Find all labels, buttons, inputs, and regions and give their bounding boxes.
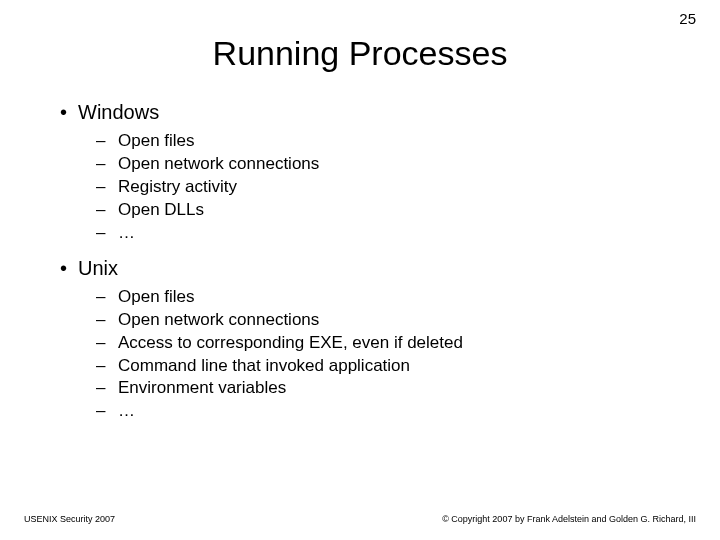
- list-item: –Open files: [96, 130, 680, 153]
- section-windows: •Windows –Open files –Open network conne…: [60, 101, 680, 245]
- item-text: …: [118, 401, 135, 420]
- list-item: –Command line that invoked application: [96, 355, 680, 378]
- footer-left: USENIX Security 2007: [24, 514, 115, 524]
- bullet-level2: –: [96, 355, 118, 378]
- item-text: Command line that invoked application: [118, 356, 410, 375]
- bullet-level2: –: [96, 309, 118, 332]
- list-item: –Open files: [96, 286, 680, 309]
- bullet-level2: –: [96, 222, 118, 245]
- slide-content: •Windows –Open files –Open network conne…: [60, 101, 680, 423]
- bullet-level2: –: [96, 332, 118, 355]
- list-item: –Access to corresponding EXE, even if de…: [96, 332, 680, 355]
- bullet-level2: –: [96, 286, 118, 309]
- bullet-level1: •: [60, 257, 78, 280]
- section-heading: Windows: [78, 101, 159, 123]
- page-number: 25: [679, 10, 696, 27]
- bullet-level2: –: [96, 153, 118, 176]
- slide-title: Running Processes: [0, 34, 720, 73]
- list-item: –Environment variables: [96, 377, 680, 400]
- item-text: …: [118, 223, 135, 242]
- bullet-level2: –: [96, 130, 118, 153]
- item-text: Open files: [118, 131, 195, 150]
- item-text: Environment variables: [118, 378, 286, 397]
- list-item: –Registry activity: [96, 176, 680, 199]
- outline-list: •Windows –Open files –Open network conne…: [60, 101, 680, 423]
- footer-right: © Copyright 2007 by Frank Adelstein and …: [442, 514, 696, 524]
- section-heading: Unix: [78, 257, 118, 279]
- item-text: Open files: [118, 287, 195, 306]
- list-item: –…: [96, 400, 680, 423]
- item-text: Open network connections: [118, 310, 319, 329]
- list-item: –Open network connections: [96, 153, 680, 176]
- item-text: Access to corresponding EXE, even if del…: [118, 333, 463, 352]
- bullet-level2: –: [96, 400, 118, 423]
- list-item: –Open network connections: [96, 309, 680, 332]
- bullet-level2: –: [96, 377, 118, 400]
- item-text: Open DLLs: [118, 200, 204, 219]
- bullet-level2: –: [96, 176, 118, 199]
- list-item: –Open DLLs: [96, 199, 680, 222]
- windows-items: –Open files –Open network connections –R…: [60, 130, 680, 245]
- list-item: –…: [96, 222, 680, 245]
- section-unix: •Unix –Open files –Open network connecti…: [60, 257, 680, 424]
- item-text: Registry activity: [118, 177, 237, 196]
- unix-items: –Open files –Open network connections –A…: [60, 286, 680, 424]
- bullet-level2: –: [96, 199, 118, 222]
- bullet-level1: •: [60, 101, 78, 124]
- item-text: Open network connections: [118, 154, 319, 173]
